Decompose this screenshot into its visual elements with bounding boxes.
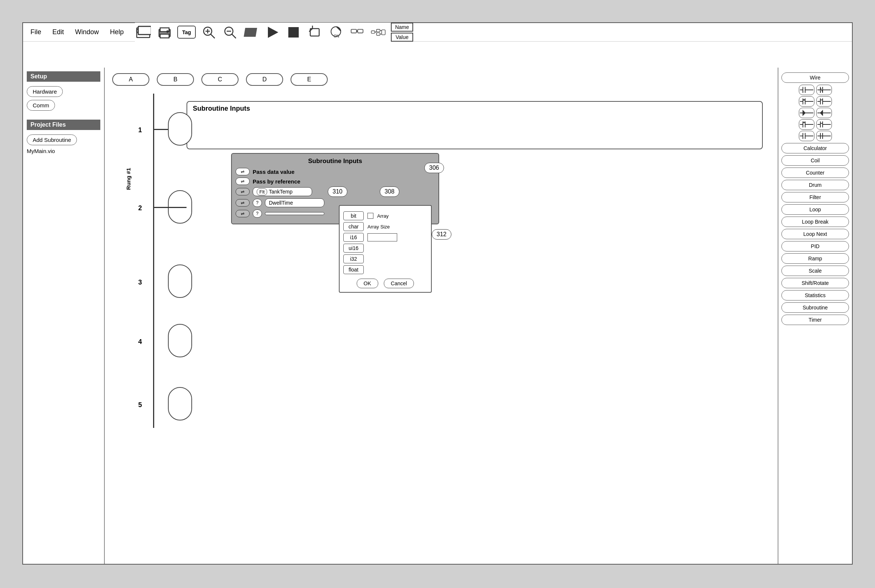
right-item-wire[interactable]: Wire	[781, 72, 849, 83]
menu-edit[interactable]: Edit	[53, 28, 64, 36]
down-arrow-icon[interactable]	[243, 24, 259, 40]
type-row-bit: bit Array	[343, 212, 427, 220]
contact-coil-icon[interactable]	[799, 131, 815, 141]
right-item-loop-next[interactable]: Loop Next	[781, 229, 849, 239]
tab-e[interactable]: E	[291, 73, 328, 86]
sub-icon-2[interactable]: ⇌	[236, 177, 250, 185]
menu-window[interactable]: Window	[75, 28, 99, 36]
type-btn-char[interactable]: char	[343, 222, 364, 231]
hardware-btn[interactable]: Hardware	[27, 86, 63, 97]
sub-icon-3[interactable]: ⇌	[236, 188, 250, 195]
color-icon[interactable]: ON	[327, 24, 344, 40]
my-main-link[interactable]: MyMain.vio	[27, 147, 100, 155]
empty-field[interactable]	[265, 212, 324, 215]
type-btn-i16[interactable]: i16	[343, 233, 364, 242]
contact-nc-icon[interactable]	[816, 85, 832, 95]
contact-neg-icon[interactable]	[816, 96, 832, 106]
name-button[interactable]: Name	[391, 22, 413, 32]
contact-pos-icon[interactable]	[799, 96, 815, 106]
type-row-char: char Array Size	[343, 222, 427, 231]
right-item-loop[interactable]: Loop	[781, 204, 849, 215]
sub-row-1: ⇌ Pass data value	[236, 168, 435, 176]
svg-marker-15	[244, 28, 257, 37]
contact-both-icon[interactable]	[799, 119, 815, 130]
network-icon1[interactable]	[348, 24, 365, 40]
sub-icon-5[interactable]: ⇌	[236, 210, 250, 217]
zoom-out-icon[interactable]	[221, 24, 238, 40]
rung-oval-5[interactable]	[168, 387, 192, 420]
network-icon2[interactable]	[370, 24, 386, 40]
type-btn-float[interactable]: float	[343, 265, 364, 274]
sub-icon-4[interactable]: ⇌	[236, 199, 250, 207]
contact-row-2	[781, 96, 849, 106]
tab-a[interactable]: A	[112, 73, 149, 86]
type-row-i32: i32	[343, 255, 427, 263]
project-files-header: Project Files	[27, 120, 100, 130]
add-subroutine-btn[interactable]: Add Subroutine	[27, 135, 77, 145]
right-item-timer[interactable]: Timer	[781, 315, 849, 325]
contact-arrow-r-icon[interactable]	[799, 108, 815, 118]
zoom-in-icon[interactable]	[200, 24, 217, 40]
dwell-time-field[interactable]: DwellTime	[265, 198, 324, 207]
folder-icon[interactable]	[135, 24, 152, 40]
type-btn-bit[interactable]: bit	[343, 212, 364, 220]
type-btn-ui16[interactable]: ui16	[343, 244, 364, 253]
svg-marker-56	[803, 111, 805, 115]
cancel-button[interactable]: Cancel	[384, 279, 414, 288]
array-checkbox[interactable]	[368, 213, 374, 219]
contact-ne-icon[interactable]	[816, 119, 832, 130]
contact-row-1	[781, 85, 849, 95]
right-item-counter[interactable]: Counter	[781, 168, 849, 178]
setup-header: Setup	[27, 71, 100, 82]
type-row-i16: i16	[343, 233, 427, 242]
sub-icon-1[interactable]: ⇌	[236, 168, 250, 176]
contact-no-icon[interactable]	[799, 85, 815, 95]
contact-row-4	[781, 119, 849, 130]
right-item-filter[interactable]: Filter	[781, 192, 849, 202]
rung-num-5: 5	[138, 401, 142, 409]
right-item-drum[interactable]: Drum	[781, 180, 849, 190]
rung-oval-1[interactable]	[168, 112, 192, 146]
rung-oval-4[interactable]	[168, 324, 192, 357]
undo-icon[interactable]	[306, 24, 323, 40]
svg-line-9	[211, 34, 215, 38]
contact-row-5	[781, 131, 849, 141]
svg-text:ON: ON	[334, 34, 339, 38]
value-button[interactable]: Value	[391, 33, 413, 42]
content-area: A B C D E Rung #1 Subroutine Inputs 1	[105, 68, 777, 564]
tab-b[interactable]: B	[157, 73, 194, 86]
tank-temp-field[interactable]: FltTankTemp	[253, 187, 312, 196]
array-size-input[interactable]	[368, 233, 397, 242]
rung-oval-3[interactable]	[168, 264, 192, 298]
rung-num-2: 2	[138, 204, 142, 212]
rung-num-4: 4	[138, 338, 142, 346]
print-icon[interactable]	[156, 24, 173, 40]
svg-rect-31	[377, 33, 380, 35]
menu-file[interactable]: File	[30, 28, 41, 36]
right-item-shift-rotate[interactable]: Shift/Rotate	[781, 278, 849, 288]
right-item-coil[interactable]: Coil	[781, 155, 849, 166]
right-item-subroutine[interactable]: Subroutine	[781, 302, 849, 313]
play-icon[interactable]	[264, 24, 281, 40]
type-popup: bit Array char Array Size i16 ui16 i32	[339, 205, 432, 293]
right-item-statistics[interactable]: Statistics	[781, 290, 849, 300]
type-btn-i32[interactable]: i32	[343, 255, 364, 263]
ref-bubble-308: 308	[380, 186, 399, 197]
comm-btn[interactable]: Comm	[27, 100, 55, 111]
right-item-pid[interactable]: PID	[781, 241, 849, 252]
tab-d[interactable]: D	[246, 73, 283, 86]
right-item-scale[interactable]: Scale	[781, 266, 849, 276]
ok-button[interactable]: OK	[357, 279, 378, 288]
menu-help[interactable]: Help	[110, 28, 124, 36]
tab-row: A B C D E	[105, 68, 777, 92]
contact-coil2-icon[interactable]	[816, 131, 832, 141]
right-item-loop-break[interactable]: Loop Break	[781, 216, 849, 227]
right-item-ramp[interactable]: Ramp	[781, 254, 849, 264]
tag-icon[interactable]: Tag	[177, 26, 196, 39]
tab-c[interactable]: C	[201, 73, 239, 86]
stop-icon[interactable]	[285, 24, 302, 40]
right-panel: Wire	[777, 68, 852, 564]
right-item-calculator[interactable]: Calculator	[781, 143, 849, 153]
contact-arrow-l-icon[interactable]	[816, 108, 832, 118]
ref-bubble-312: 312	[432, 229, 452, 240]
